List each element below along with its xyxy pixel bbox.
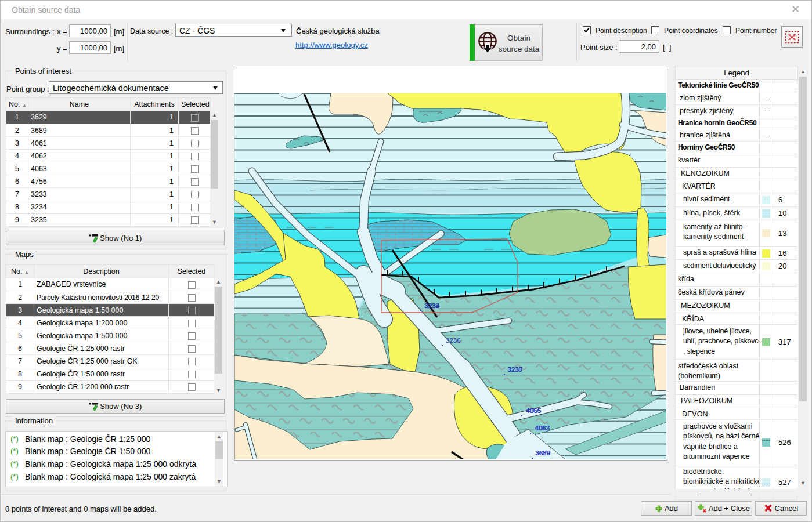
svg-text:3629: 3629 — [536, 449, 551, 456]
svg-text:4065: 4065 — [526, 407, 542, 414]
svg-text:3234: 3234 — [425, 302, 440, 309]
svg-text:4063: 4063 — [535, 425, 550, 432]
svg-text:3237: 3237 — [508, 366, 523, 373]
svg-text:3236: 3236 — [446, 337, 461, 344]
